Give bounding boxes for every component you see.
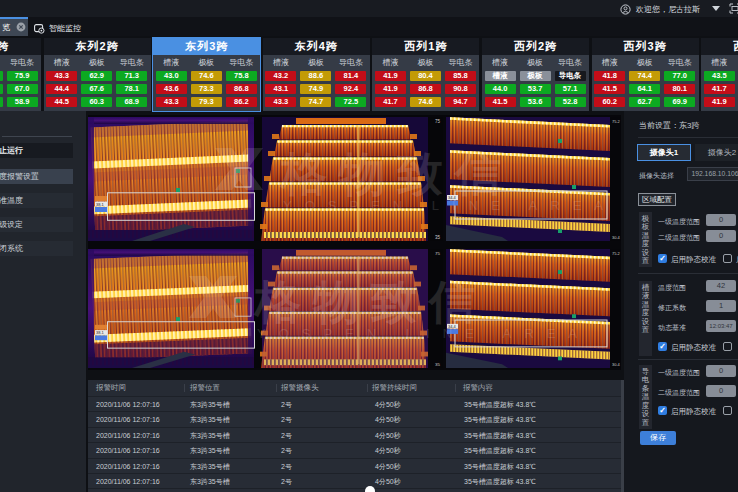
- svg-text:格物致信: 格物致信: [279, 149, 513, 200]
- svg-text:YOSPEN LINE AREA: YOSPEN LINE AREA: [257, 326, 590, 341]
- svg-text:YOSPEN LINE AREA: YOSPEN LINE AREA: [283, 198, 616, 213]
- svg-text:格物致信: 格物致信: [253, 277, 487, 328]
